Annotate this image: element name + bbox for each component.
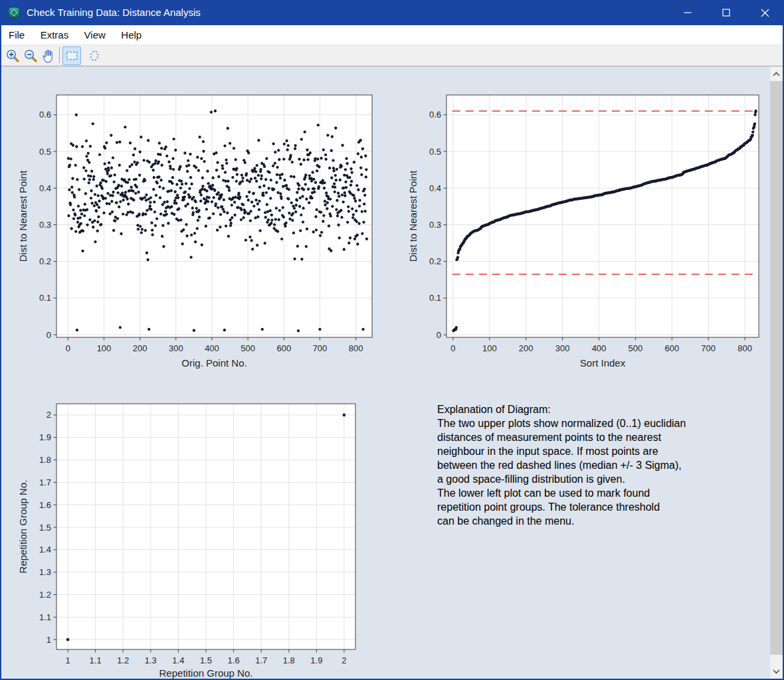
y-tick-label: 1.3 (39, 567, 51, 577)
x-tick-label: 200 (519, 343, 534, 353)
y-tick-label: 1.7 (39, 477, 51, 487)
x-tick-label: 0 (66, 343, 70, 353)
x-tick-label: 800 (349, 343, 363, 353)
chevron-down-icon (773, 669, 780, 674)
y-axis-label: Repetition Group No. (17, 480, 29, 574)
y-tick-label: 0.3 (39, 220, 51, 230)
explanation-line: a good space-filling distribution is giv… (437, 472, 763, 486)
plot-repetition-groups[interactable]: 11.11.21.31.41.51.61.71.81.9211.11.21.31… (17, 404, 355, 679)
x-tick-label: 400 (205, 343, 219, 353)
chevron-up-icon (773, 72, 780, 76)
x-tick-label: 1.9 (310, 655, 322, 665)
y-tick-label: 1.9 (39, 432, 51, 442)
x-tick-label: 1.5 (200, 655, 212, 665)
x-axis-label: Orig. Point No. (181, 357, 246, 369)
y-tick-label: 1.2 (39, 590, 51, 600)
y-tick-label: 0 (437, 330, 441, 340)
y-tick-label: 0.5 (429, 147, 441, 157)
x-tick-label: 800 (737, 343, 752, 353)
x-tick-label: 1.7 (255, 655, 267, 665)
x-tick-label: 100 (482, 343, 497, 353)
y-tick-label: 0.1 (429, 293, 441, 303)
plot-background (446, 95, 759, 337)
x-tick-label: 700 (313, 343, 328, 353)
scroll-down-button[interactable] (770, 664, 783, 679)
y-tick-label: 0.4 (39, 183, 51, 193)
figure-canvas: 010020030040050060070080000.10.20.30.40.… (1, 0, 783, 680)
x-tick-label: 200 (133, 343, 147, 353)
y-tick-label: 1.6 (39, 500, 51, 510)
explanation-line: The two upper plots show normalized (0..… (437, 416, 763, 430)
scrollbar-thumb[interactable] (770, 81, 783, 655)
y-tick-label: 1.5 (39, 523, 51, 533)
x-tick-label: 2 (342, 655, 346, 665)
y-axis-label: Dist to Nearest Point (407, 170, 419, 262)
x-tick-label: 1.3 (145, 655, 157, 665)
y-tick-label: 0.2 (39, 256, 51, 266)
x-tick-label: 300 (169, 343, 183, 353)
y-tick-label: 0.1 (39, 293, 51, 303)
y-tick-label: 1 (47, 635, 51, 645)
y-tick-label: 0.3 (429, 220, 441, 230)
explanation-line: repetition point groups. The tolerance t… (437, 500, 763, 514)
vertical-scrollbar[interactable] (770, 66, 783, 679)
x-tick-label: 1.4 (172, 655, 184, 665)
y-tick-label: 0.6 (39, 110, 51, 120)
explanation-line: between the red dashed lines (median +/-… (437, 458, 763, 472)
x-tick-label: 700 (701, 343, 716, 353)
x-axis-label: Repetition Group No. (159, 667, 253, 679)
x-axis-label: Sort Index (580, 357, 626, 369)
x-tick-label: 400 (592, 343, 607, 353)
explanation-text: Explanation of Diagram: The two upper pl… (437, 402, 763, 528)
explanation-line: can be changed in the menu. (437, 514, 763, 528)
x-tick-label: 100 (97, 343, 112, 353)
y-axis-label: Dist to Nearest Point (17, 170, 29, 262)
y-tick-label: 0.2 (429, 256, 441, 266)
explanation-line: The lower left plot can be used to mark … (437, 486, 763, 500)
x-tick-label: 1.6 (228, 655, 240, 665)
y-tick-label: 0.4 (429, 183, 441, 193)
plot-distance-sorted[interactable]: 010020030040050060070080000.10.20.30.40.… (407, 95, 759, 369)
x-tick-label: 1.8 (283, 655, 295, 665)
explanation-line: Explanation of Diagram: (437, 402, 763, 416)
y-tick-label: 1.8 (39, 455, 51, 465)
scroll-up-button[interactable] (770, 66, 783, 81)
x-tick-label: 600 (664, 343, 679, 353)
x-tick-label: 300 (555, 343, 570, 353)
x-tick-label: 500 (241, 343, 255, 353)
y-tick-label: 0.5 (39, 147, 51, 157)
x-tick-label: 600 (276, 343, 291, 353)
app-window: Check Training Data: Distance Analysis F… (0, 0, 784, 680)
x-tick-label: 0 (450, 343, 455, 353)
x-tick-label: 1.2 (117, 655, 129, 665)
x-tick-label: 500 (629, 343, 643, 353)
y-tick-label: 0.6 (429, 110, 441, 120)
plot-distance-vs-original-point[interactable]: 010020030040050060070080000.10.20.30.40.… (17, 95, 372, 369)
explanation-line: distances of measurement points to the n… (437, 430, 763, 444)
x-tick-label: 1 (65, 655, 70, 665)
x-tick-label: 1.1 (90, 655, 102, 665)
y-tick-label: 1.4 (39, 545, 51, 554)
explanation-line: neighbour in the input space. If most po… (437, 444, 763, 458)
y-tick-label: 0 (47, 330, 51, 340)
y-tick-label: 2 (47, 410, 51, 420)
y-tick-label: 1.1 (39, 612, 51, 622)
